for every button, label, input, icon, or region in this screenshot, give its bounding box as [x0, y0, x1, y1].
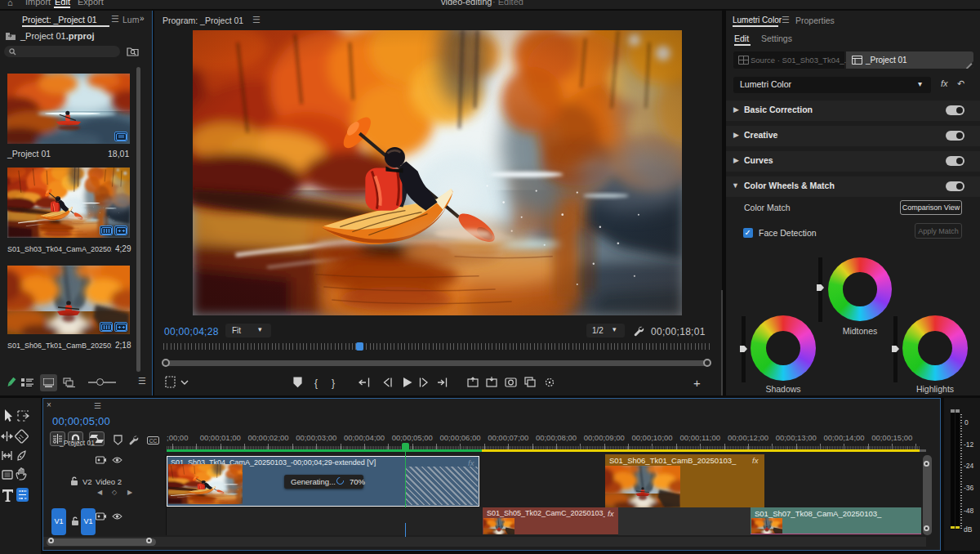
svg-text:}: } — [332, 378, 335, 389]
svg-text:+: + — [693, 376, 701, 390]
svg-text:{: { — [314, 378, 318, 389]
